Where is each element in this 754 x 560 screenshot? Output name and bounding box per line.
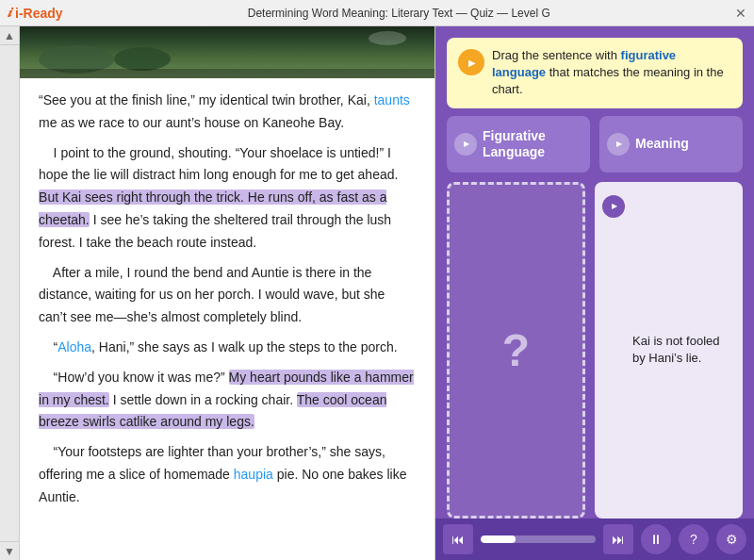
scroll-arrows: ▲ ▼ [0,26,20,560]
drop-zone[interactable]: ? [447,182,585,519]
progress-bar-container [481,535,596,543]
figurative-language-label: Figurative Language [483,128,582,160]
right-panel: Drag the sentence with figurative langua… [435,26,754,560]
help-button[interactable]: ? [679,524,709,554]
scroll-up-arrow[interactable]: ▲ [0,26,19,45]
settings-button[interactable]: ⚙ [716,524,746,554]
instruction-box: Drag the sentence with figurative langua… [447,38,743,108]
paragraph-1: “See you at the finish line,” my identic… [39,90,416,135]
next-button[interactable]: ⏭ [603,524,633,554]
left-panel-wrapper: ▲ ▼ “See you at the finish line,” my ide… [0,26,435,560]
bottom-navigation-bar: ⏮ ⏭ ⏸ ? ⚙ [435,519,754,560]
meaning-card-text: Kai is not fooled by Hani’s lie. [632,333,735,367]
passage-image [20,26,434,78]
window-title: Determining Word Meaning: Literary Text … [248,7,550,20]
paragraph-6: “Your footsteps are lighter than your br… [39,441,416,508]
app-logo: 𝒊 i-Ready [8,5,63,21]
meaning-column-header: Meaning [599,116,743,173]
scroll-down-arrow[interactable]: ▼ [0,541,19,560]
drop-zone-row: ? Kai is not fooled by Hani’s lie. [447,182,743,519]
column-headers: Figurative Language Meaning [447,116,743,173]
meaning-label: Meaning [635,136,689,152]
progress-bar-fill [481,535,516,543]
vocab-word-taunts: taunts [374,92,410,107]
paragraph-2: I point to the ground, shouting. “Your s… [39,142,416,255]
paragraph-4: “Aloha, Hani,” she says as I walk up the… [39,337,416,359]
meaning-card: Kai is not fooled by Hani’s lie. [595,182,743,519]
drop-zone-placeholder: ? [502,324,530,376]
previous-button[interactable]: ⏮ [443,524,473,554]
paragraph-5: “How’d you know it was me?” My heart pou… [39,367,416,434]
instruction-audio-button[interactable] [458,49,484,75]
vocab-word-haupia: haupia [234,467,273,482]
play-pause-button[interactable]: ⏸ [641,524,671,554]
figurative-language-column-header: Figurative Language [447,116,590,173]
paragraph-3: After a mile, I round the bend and Aunti… [39,262,416,329]
meaning-card-audio-button[interactable] [602,195,625,218]
passage-content: “See you at the finish line,” my identic… [20,78,434,560]
title-bar: 𝒊 i-Ready Determining Word Meaning: Lite… [0,0,754,26]
left-panel: “See you at the finish line,” my identic… [20,26,435,560]
close-button[interactable]: ✕ [735,6,746,21]
main-content: ▲ ▼ “See you at the finish line,” my ide… [0,26,754,560]
figurative-language-audio-button[interactable] [454,133,477,156]
quiz-area: Figurative Language Meaning ? Kai is not… [435,116,754,519]
meaning-audio-button[interactable] [607,133,630,156]
instruction-text: Drag the sentence with figurative langua… [492,47,731,99]
vocab-word-aloha: Aloha [57,339,91,354]
